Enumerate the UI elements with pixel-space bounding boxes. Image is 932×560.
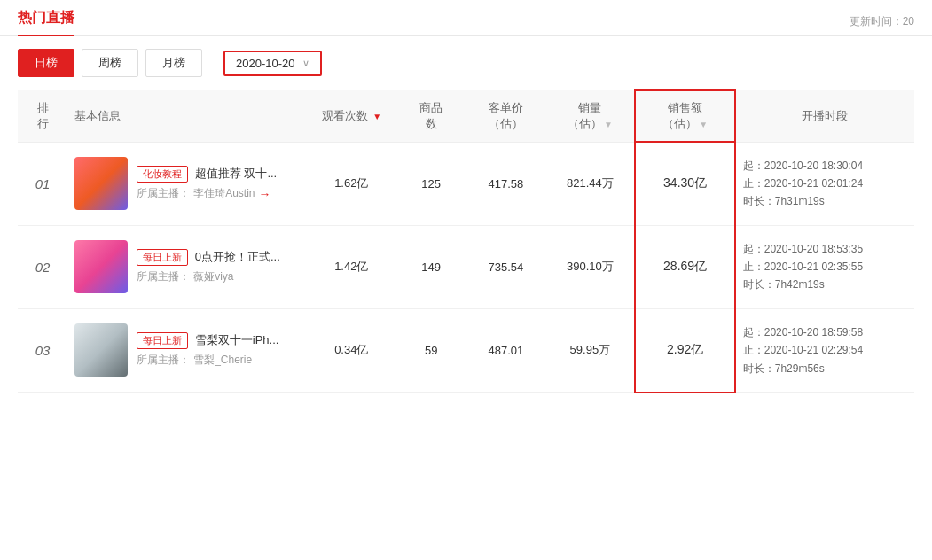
host-name: 雪梨_Cherie: [193, 353, 252, 368]
sales-count-cell: 59.95万: [545, 308, 635, 392]
broadcast-time-cell: 起：2020-10-20 18:59:58 止：2020-10-21 02:29…: [735, 308, 914, 392]
info-text: 每日上新 0点开抢！正式... 所属主播： 薇娅viya: [137, 249, 300, 284]
views-cell: 1.42亿: [307, 225, 396, 308]
broadcast-time-cell: 起：2020-10-20 18:30:04 止：2020-10-21 02:01…: [735, 142, 914, 225]
rank-cell: 02: [18, 225, 67, 308]
sales-count-cell: 390.10万: [545, 225, 635, 308]
sort-down-gray-icon: ▼: [604, 120, 613, 129]
date-value: 2020-10-20: [236, 57, 295, 70]
avg-price-cell: 735.54: [466, 225, 545, 308]
tab-daily[interactable]: 日榜: [18, 49, 74, 77]
live-ranking-table: 排行 基本信息 观看次数 ▼ 商品数 客单价（估） 销量 （估）▼: [18, 89, 914, 393]
category-tag: 每日上新: [137, 249, 188, 266]
goods-cell: 59: [396, 308, 466, 392]
broadcast-time-cell: 起：2020-10-20 18:53:35 止：2020-10-21 02:35…: [735, 225, 914, 308]
sales-amount-cell: 28.69亿: [635, 225, 734, 308]
tab-monthly[interactable]: 月榜: [145, 49, 202, 77]
sort-down-gray2-icon: ▼: [699, 120, 708, 129]
tab-weekly[interactable]: 周榜: [82, 49, 138, 77]
avg-price-cell: 487.01: [466, 308, 545, 392]
info-cell: 化妆教程 超值推荐 双十... 所属主播： 李佳琦Austin →: [67, 142, 307, 225]
broadcast-title: 超值推荐 双十...: [195, 167, 277, 180]
rank-cell: 03: [18, 308, 67, 392]
host-name: 李佳琦Austin: [193, 186, 255, 201]
avg-price-cell: 417.58: [466, 142, 545, 225]
col-sales-amount: 销售额 （估）▼: [635, 90, 734, 142]
chevron-down-icon: ∨: [302, 58, 309, 69]
goods-cell: 125: [396, 142, 466, 225]
views-cell: 1.62亿: [307, 142, 396, 225]
avatar: [74, 323, 128, 377]
views-cell: 0.34亿: [307, 308, 396, 392]
avatar: [74, 240, 128, 293]
update-time: 更新时间：20: [850, 14, 914, 29]
sales-count-cell: 821.44万: [545, 142, 635, 225]
col-avg-price: 客单价（估）: [466, 90, 545, 142]
avatar: [74, 157, 128, 210]
col-views: 观看次数 ▼: [307, 90, 396, 142]
table-row: 02 每日上新 0点开抢！正式... 所属主播： 薇娅viya: [18, 225, 914, 308]
date-picker[interactable]: 2020-10-20 ∨: [223, 51, 322, 76]
rank-cell: 01: [18, 142, 67, 225]
sort-down-icon: ▼: [372, 112, 381, 121]
page-title: 热门直播: [18, 9, 74, 36]
page-header: 热门直播 更新时间：20: [0, 0, 932, 36]
category-tag: 每日上新: [137, 332, 188, 349]
info-cell: 每日上新 雪梨双十一iPh... 所属主播： 雪梨_Cherie: [67, 308, 307, 392]
table-row: 03 每日上新 雪梨双十一iPh... 所属主播： 雪梨_Cherie: [18, 308, 914, 392]
table-row: 01 化妆教程 超值推荐 双十... 所属主播： 李佳琦Austin: [18, 142, 914, 225]
host-label: 所属主播：: [137, 186, 190, 201]
col-rank: 排行: [18, 90, 67, 142]
broadcast-title: 0点开抢！正式...: [195, 250, 280, 263]
category-tag: 化妆教程: [137, 166, 188, 183]
host-label: 所属主播：: [137, 353, 190, 368]
goods-cell: 149: [396, 225, 466, 308]
info-text: 化妆教程 超值推荐 双十... 所属主播： 李佳琦Austin →: [137, 166, 300, 201]
arrow-icon: →: [259, 187, 271, 201]
info-text: 每日上新 雪梨双十一iPh... 所属主播： 雪梨_Cherie: [137, 332, 300, 368]
table-header-row: 排行 基本信息 观看次数 ▼ 商品数 客单价（估） 销量 （估）▼: [18, 90, 914, 142]
col-broadcast-time: 开播时段: [735, 90, 914, 142]
sales-amount-cell: 34.30亿: [635, 142, 734, 225]
broadcast-title: 雪梨双十一iPh...: [195, 333, 279, 346]
toolbar: 日榜 周榜 月榜 2020-10-20 ∨: [0, 36, 932, 89]
col-goods: 商品数: [396, 90, 466, 142]
sales-amount-cell: 2.92亿: [635, 308, 734, 392]
host-name: 薇娅viya: [193, 269, 233, 284]
col-sales-count: 销量 （估）▼: [545, 90, 635, 142]
info-cell: 每日上新 0点开抢！正式... 所属主播： 薇娅viya: [67, 225, 307, 308]
host-label: 所属主播：: [137, 269, 190, 284]
data-table-wrap: 排行 基本信息 观看次数 ▼ 商品数 客单价（估） 销量 （估）▼: [0, 89, 932, 393]
col-info: 基本信息: [67, 90, 307, 142]
